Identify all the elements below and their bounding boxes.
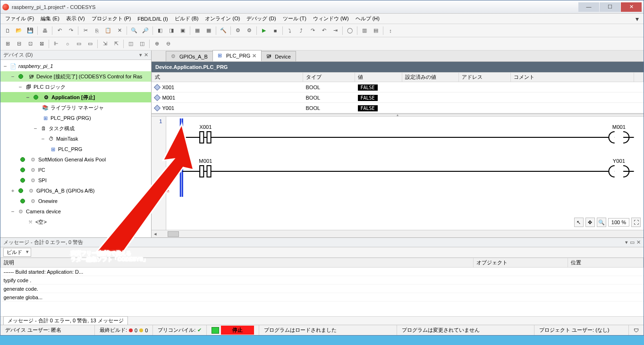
bp-icon[interactable]: ◯ (345, 25, 355, 36)
find-icon[interactable]: 🔍 (129, 25, 139, 36)
cut-icon[interactable]: ✂ (80, 25, 91, 36)
col-preset[interactable]: 設定済みの値 (402, 73, 459, 82)
panel-pin-icon[interactable]: ▾ (139, 52, 142, 58)
menu-window[interactable]: ウィンドウ (W) (310, 14, 352, 23)
tree-gpios[interactable]: +⚙GPIOs_A_B (GPIOs A/B) (0, 185, 151, 196)
zoom-value[interactable]: 100 % (608, 218, 629, 227)
ld-tool3-icon[interactable]: ⊡ (25, 39, 35, 49)
menu-help[interactable]: ヘルプ (H) (353, 14, 382, 23)
step-icon[interactable]: ⤵ (285, 25, 295, 36)
col-value[interactable]: 値 (355, 73, 402, 82)
project2-icon[interactable]: ▦ (203, 25, 214, 36)
step4-icon[interactable]: ↶ (319, 25, 329, 36)
zoom-fit-icon[interactable]: ⛶ (631, 218, 641, 227)
menu-online[interactable]: オンライン (O) (202, 14, 243, 23)
stop-icon[interactable]: ■ (270, 25, 280, 36)
ld-contact-icon[interactable]: ⊩ (51, 39, 61, 49)
horizontal-scrollbar[interactable]: ◂ (152, 230, 644, 237)
redo-icon[interactable]: ↷ (66, 25, 76, 36)
ld-tool5-icon[interactable]: ▭ (74, 39, 84, 49)
bookmark2-icon[interactable]: ◨ (166, 25, 177, 36)
ld-tool10-icon[interactable]: ◫ (137, 39, 147, 49)
maximize-button[interactable]: ☐ (600, 2, 620, 12)
delete-icon[interactable]: ✕ (114, 25, 125, 36)
misc2-icon[interactable]: ▤ (371, 25, 381, 36)
minimize-button[interactable]: ― (578, 2, 599, 12)
undo-icon[interactable]: ↶ (54, 25, 65, 36)
tree-plc-logic[interactable]: −🗐PLC ロジック (0, 82, 151, 92)
open-icon[interactable]: 📂 (14, 25, 24, 36)
msg-min-icon[interactable]: ▭ (630, 239, 635, 245)
menu-view[interactable]: 表示 (V) (63, 14, 88, 23)
ld-tool8-icon[interactable]: ⇱ (111, 39, 121, 49)
print-icon[interactable]: 🖶 (40, 25, 50, 36)
tree-softmotion[interactable]: ⚙SoftMotion General Axis Pool (0, 154, 151, 165)
msg-close-icon[interactable]: ✕ (636, 239, 641, 245)
msg-col-desc[interactable]: 説明 (1, 258, 474, 268)
menu-edit[interactable]: 編集 (E) (38, 14, 62, 23)
tree-onewire[interactable]: ⚙Onewire (0, 196, 151, 206)
var-row[interactable]: Y001BOOLFALSE (152, 103, 644, 113)
bookmark-icon[interactable]: ◧ (155, 25, 165, 36)
save-icon[interactable]: 💾 (25, 25, 35, 36)
panel-close-icon[interactable]: ✕ (144, 52, 148, 58)
tab-plc-prg[interactable]: ⊞PLC_PRG✕ (212, 50, 262, 61)
step3-icon[interactable]: ↷ (307, 25, 318, 36)
ld-tool1-icon[interactable]: ⊞ (2, 39, 13, 49)
project-icon[interactable]: ▦ (192, 25, 203, 36)
menu-project[interactable]: プロジェクト (P) (89, 14, 134, 23)
tree-empty[interactable]: ⤲<空> (0, 217, 151, 227)
menu-overflow-icon[interactable]: ▾ (636, 15, 642, 23)
ld-tool7-icon[interactable]: ⇲ (100, 39, 110, 49)
tree-task-config[interactable]: −🗓タスク構成 (0, 123, 151, 134)
tree-camera[interactable]: −⚙Camera device (0, 206, 151, 217)
tree-application[interactable]: −⚙Application [停止] (0, 92, 151, 102)
msg-pin-icon[interactable]: ▾ (625, 239, 628, 245)
tree-i2c[interactable]: ⚙I²C (0, 165, 151, 175)
col-address[interactable]: アドレス (459, 73, 511, 82)
tree-task-prg[interactable]: ⊞PLC_PRG (0, 144, 151, 154)
tree-device[interactable]: −🖳Device [接続完了] (CODESYS Control for Ras (0, 71, 151, 82)
device-tree[interactable]: −📄raspberry_pi_1 −🖳Device [接続完了] (CODESY… (0, 60, 151, 237)
tab-gpios[interactable]: ⚙GPIOs_A_B (166, 51, 213, 61)
paste-icon[interactable]: 📋 (103, 25, 113, 36)
step5-icon[interactable]: ⇥ (330, 25, 340, 36)
col-type[interactable]: タイプ (303, 73, 355, 82)
copy-icon[interactable]: ⎘ (92, 25, 102, 36)
ladder-editor[interactable]: 1 X001 M001 (152, 117, 644, 230)
zoom-pan-icon[interactable]: ✥ (585, 218, 595, 227)
var-row[interactable]: M001BOOLFALSE (152, 93, 644, 103)
messages-table[interactable]: 説明オブジェクト位置 ------ Build started: Applica… (0, 258, 644, 316)
misc-icon[interactable]: ▥ (359, 25, 370, 36)
tree-library-manager[interactable]: 📚ライブラリ マネージャ (0, 102, 151, 113)
col-expression[interactable]: 式 (152, 73, 303, 82)
zoom-magnify-icon[interactable]: 🔍 (597, 218, 606, 227)
menu-file[interactable]: ファイル (F) (2, 14, 37, 23)
msg-col-pos[interactable]: 位置 (568, 258, 644, 268)
tab-device[interactable]: 🖳Device (261, 51, 296, 61)
menu-tools[interactable]: ツール (T) (280, 14, 309, 23)
var-row[interactable]: X001BOOLFALSE (152, 82, 644, 93)
zoom-cursor-icon[interactable]: ↖ (574, 218, 584, 227)
login-icon[interactable]: ⚙ (233, 25, 243, 36)
messages-footer-tab[interactable]: メッセージ - 合計 0 エラー, 0 警告, 13 メッセージ (3, 316, 128, 325)
ld-tool2-icon[interactable]: ⊟ (14, 39, 24, 49)
start-icon[interactable]: ▶ (259, 25, 269, 36)
ld-tool4-icon[interactable]: ⊠ (36, 39, 47, 49)
tree-plc-prg[interactable]: ⊞PLC_PRG (PRG) (0, 113, 151, 123)
close-button[interactable]: ✕ (621, 2, 642, 12)
ld-coil-icon[interactable]: ○ (62, 39, 73, 49)
col-extra[interactable] (634, 73, 644, 82)
ld-tool9-icon[interactable]: ◫ (126, 39, 136, 49)
ld-tool11-icon[interactable]: ⊕ (152, 39, 162, 49)
findnext-icon[interactable]: 🔎 (140, 25, 151, 36)
col-comment[interactable]: コメント (511, 73, 634, 82)
logout-icon[interactable]: ⚙ (244, 25, 254, 36)
build-filter-select[interactable]: ビルド (3, 248, 31, 257)
menu-fbd[interactable]: FBD/LD/IL (I) (135, 15, 170, 23)
ld-tool12-icon[interactable]: ⊖ (163, 39, 173, 49)
menu-debug[interactable]: デバッグ (D) (244, 14, 279, 23)
menu-build[interactable]: ビルド (B) (172, 14, 202, 23)
misc3-icon[interactable]: ↕ (385, 25, 396, 36)
bookmark3-icon[interactable]: ▣ (178, 25, 188, 36)
